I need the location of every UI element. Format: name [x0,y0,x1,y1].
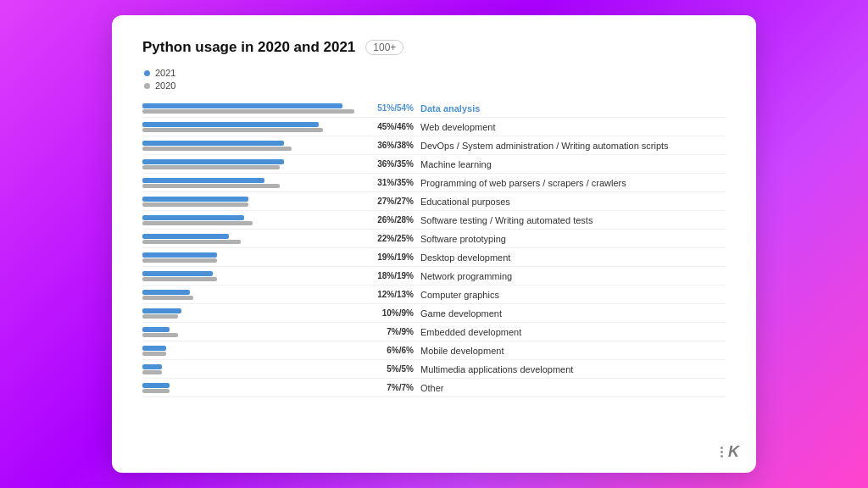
percent-label: 5%/5% [363,364,420,374]
legend-dot-2020 [144,83,150,89]
bar-2020 [142,184,280,188]
percent-label: 12%/13% [363,290,420,299]
bar-2021 [142,327,170,332]
bar-container [142,379,363,396]
legend-dot-2021 [144,70,150,76]
percent-label: 19%/19% [363,252,420,262]
bar-2020 [142,389,170,393]
bar-container [142,136,363,154]
bar-2020 [142,109,354,114]
chart-row: 6%/6% Mobile development [142,341,726,360]
bar-2020 [142,147,292,151]
bar-2021 [142,215,244,220]
category-label: DevOps / System administration / Writing… [420,141,726,151]
chart-row: 7%/9% Embedded development [142,323,726,341]
bar-container [142,304,363,322]
category-label: Mobile development [420,346,726,356]
percent-label: 36%/35% [363,159,420,169]
bar-2021 [142,252,217,258]
bar-container [142,230,363,247]
k-logo: K [721,443,739,461]
chart-row: 7%/7% Other [142,379,726,397]
category-label: Software prototyping [420,234,726,244]
chart-row: 27%/27% Educational purposes [142,192,726,211]
bar-container [142,323,363,341]
bar-2020 [142,352,166,356]
chart-row: 10%/9% Game development [142,304,726,323]
category-label: Network programming [420,271,726,281]
bar-2020 [142,128,323,132]
bar-2020 [142,333,178,337]
bar-container [142,267,363,285]
chart-row: 51%/54% Data analysis [142,99,726,118]
bar-2021 [142,178,264,183]
chart-row: 45%/46% Web development [142,118,726,136]
bar-2021 [142,290,190,295]
bar-2021 [142,159,284,164]
chart-row: 18%/19% Network programming [142,267,726,286]
percent-label: 10%/9% [363,308,420,318]
bar-container [142,341,363,359]
category-label: Data analysis [420,103,726,114]
category-label: Multimedia applications development [420,364,726,374]
category-label: Computer graphics [420,290,726,300]
percent-label: 7%/7% [363,383,420,392]
percent-label: 31%/35% [363,178,420,187]
chart-title: Python usage in 2020 and 2021 [142,39,355,56]
legend-label-2021: 2021 [155,68,175,78]
bar-2020 [142,202,248,207]
category-label: Web development [420,122,726,132]
bar-2020 [142,296,193,300]
bar-2021 [142,122,319,127]
category-label: Programming of web parsers / scrapers / … [420,178,726,188]
bar-2021 [142,197,248,202]
k-letter: K [728,443,739,461]
bar-container [142,99,363,117]
category-label: Embedded development [420,327,726,337]
bar-2020 [142,221,253,225]
bar-2021 [142,141,284,146]
category-label: Game development [420,308,726,319]
sample-badge: 100+ [365,40,403,55]
category-label: Educational purposes [420,197,726,207]
percent-label: 6%/6% [363,346,420,355]
chart-row: 36%/38% DevOps / System administration /… [142,136,726,155]
bar-2020 [142,370,162,374]
bar-2020 [142,314,178,319]
percent-label: 27%/27% [363,197,420,206]
bar-container [142,248,363,266]
percent-label: 18%/19% [363,271,420,280]
chart-row: 5%/5% Multimedia applications developmen… [142,360,726,379]
bar-2020 [142,240,241,244]
bar-container [142,174,363,191]
category-label: Machine learning [420,159,726,169]
chart-legend: 2021 2020 [144,68,726,91]
percent-label: 36%/38% [363,141,420,150]
bar-2020 [142,277,217,281]
percent-label: 51%/54% [363,103,420,113]
k-dots [721,446,723,458]
chart-row: 22%/25% Software prototyping [142,230,726,248]
bar-2021 [142,308,181,313]
legend-label-2020: 2020 [155,80,175,91]
bar-2020 [142,165,280,169]
chart-row: 26%/28% Software testing / Writing autom… [142,211,726,230]
bar-container [142,192,363,210]
percent-label: 7%/9% [363,327,420,336]
chart-row: 36%/35% Machine learning [142,155,726,174]
legend-2021: 2021 [144,68,726,78]
percent-label: 45%/46% [363,122,420,131]
bar-2021 [142,346,166,351]
legend-2020: 2020 [144,80,726,91]
bar-container [142,211,363,229]
chart-row: 31%/35% Programming of web parsers / scr… [142,174,726,192]
chart-area: 51%/54% Data analysis 45%/46% Web develo… [142,99,726,397]
percent-label: 22%/25% [363,234,420,243]
category-label: Other [420,383,726,393]
bar-container [142,118,363,136]
chart-row: 12%/13% Computer graphics [142,286,726,304]
bar-2021 [142,364,162,369]
bar-2021 [142,103,342,108]
chart-card: Python usage in 2020 and 2021 100+ 2021 … [112,15,756,473]
card-header: Python usage in 2020 and 2021 100+ [142,39,726,56]
